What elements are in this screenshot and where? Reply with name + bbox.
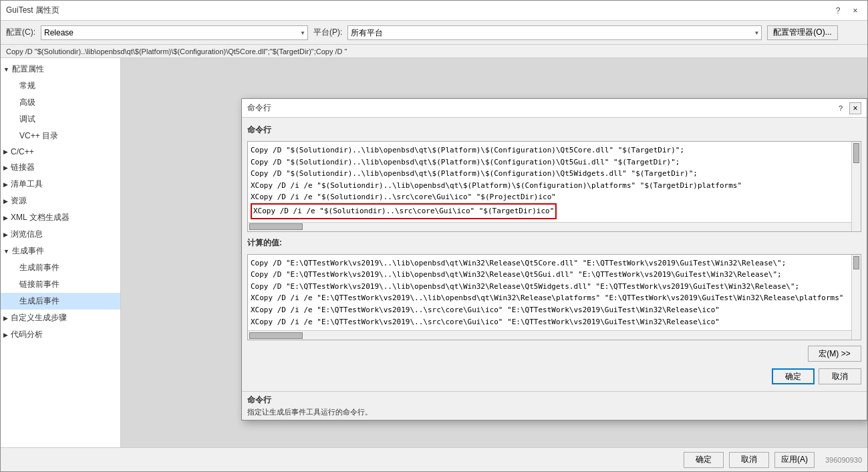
sidebar-group-linker[interactable]: ▶ 链接器 (1, 159, 120, 176)
sidebar-group-resource-label: 资源 (11, 195, 27, 207)
dialog-info-title: 命令行 (247, 394, 861, 406)
cmd-scrollbar-h[interactable] (248, 222, 861, 231)
dialog-ok-btn[interactable]: 确定 (772, 368, 815, 384)
sidebar-group-code-analysis[interactable]: ▶ 代码分析 (1, 326, 120, 343)
toolbar-row: 配置(C): Release 平台(P): 所有平台 配置管理器(O)... (1, 21, 867, 45)
cancel-btn[interactable]: 取消 (729, 452, 769, 468)
cmd-line-2: Copy /D "$(Solutiondir)..\lib\openbsd\qt… (251, 156, 849, 168)
help-title-btn[interactable]: ? (831, 4, 845, 17)
manage-config-btn[interactable]: 配置管理器(O)... (767, 25, 837, 40)
dialog-help-btn[interactable]: ? (835, 102, 847, 114)
content-area: ▼ 配置属性 常规 高级 调试 VC++ 目录 ▶ C/C++ ▶ 链接器 ▶ … (1, 58, 867, 447)
sidebar-item-pre-link[interactable]: 链接前事件 (1, 276, 120, 293)
sidebar-group-config-label: 配置属性 (12, 64, 44, 75)
calc-content-area[interactable]: Copy /D "E:\QTTestWork\vs2019\..\lib\ope… (248, 255, 861, 331)
arrow-icon-custom-build: ▶ (3, 315, 8, 322)
cmd-line-4: XCopy /D /i /e "$(Solutiondir)..\lib\ope… (251, 180, 849, 192)
main-window: GuiTest 属性页 ? × 配置(C): Release 平台(P): 所有… (0, 0, 868, 472)
sidebar-group-custom-build[interactable]: ▶ 自定义生成步骤 (1, 310, 120, 326)
dialog-title-bar: 命令行 ? × (242, 99, 867, 118)
calc-scrollbar-h[interactable] (248, 330, 861, 340)
arrow-icon: ▼ (3, 66, 9, 73)
sidebar-group-xml-label: XML 文档生成器 (11, 212, 69, 223)
sidebar-item-pre-build[interactable]: 生成前事件 (1, 259, 120, 276)
arrow-icon-resource: ▶ (3, 198, 8, 205)
dialog-info-section: 命令行 指定让生成后事件工具运行的命令行。 (242, 391, 867, 420)
calc-line-3: Copy /D "E:\QTTestWork\vs2019\..\lib\ope… (251, 281, 858, 293)
sidebar-item-vc-dirs[interactable]: VC++ 目录 (1, 128, 120, 144)
sidebar: ▼ 配置属性 常规 高级 调试 VC++ 目录 ▶ C/C++ ▶ 链接器 ▶ … (1, 58, 121, 447)
sidebar-group-build-events-label: 生成事件 (12, 245, 44, 257)
config-select[interactable]: Release (41, 25, 308, 40)
calc-line-5: XCopy /D /i /e "E:\QTTestWork\vs2019\..\… (251, 304, 858, 316)
calc-line-4: XCopy /D /i /e "E:\QTTestWork\vs2019\..\… (251, 292, 858, 304)
sidebar-item-post-build[interactable]: 生成后事件 (1, 293, 120, 310)
dialog-info-desc: 指定让生成后事件工具运行的命令行。 (247, 407, 861, 417)
calc-section-title: 计算的值: (247, 236, 861, 250)
top-strip-text: Copy /D "$(Solutiondir)..\lib\openbsd\qt… (6, 47, 347, 55)
arrow-icon-xml: ▶ (3, 215, 8, 221)
sidebar-group-linker-label: 链接器 (11, 162, 35, 173)
sidebar-group-code-analysis-label: 代码分析 (11, 329, 43, 340)
apply-btn[interactable]: 应用(A) (774, 452, 815, 468)
cmd-content-area[interactable]: Copy /D "$(Solutiondir)..\lib\openbsd\qt… (248, 142, 851, 222)
close-title-btn[interactable]: × (849, 4, 862, 17)
sidebar-group-build-events[interactable]: ▼ 生成事件 (1, 243, 120, 259)
title-bar: GuiTest 属性页 ? × (1, 1, 867, 21)
dialog-close-btn[interactable]: × (849, 102, 861, 114)
dialog-body: 命令行 Copy /D "$(Solutiondir)..\lib\openbs… (242, 118, 867, 391)
cmd-section-title: 命令行 (247, 123, 861, 137)
bottom-bar: 确定 取消 应用(A) 396090930 (1, 447, 867, 471)
top-strip: Copy /D "$(Solutiondir)..\lib\openbsd\qt… (1, 45, 867, 58)
dialog: 命令行 ? × 命令行 (241, 98, 867, 421)
macro-btn[interactable]: 宏(M) >> (808, 346, 861, 362)
arrow-icon-browse: ▶ (3, 231, 8, 238)
cmd-line-1: Copy /D "$(Solutiondir)..\lib\openbsd\qt… (251, 144, 849, 156)
dialog-overlay: 命令行 ? × 命令行 (121, 58, 867, 447)
title-bar-controls: ? × (831, 4, 862, 17)
sidebar-group-cpp-label: C/C++ (11, 147, 34, 156)
sidebar-item-debug[interactable]: 调试 (1, 111, 120, 128)
dialog-cancel-btn[interactable]: 取消 (819, 368, 861, 384)
ok-btn[interactable]: 确定 (684, 452, 724, 468)
arrow-icon-cpp: ▶ (3, 148, 8, 155)
sidebar-group-resource[interactable]: ▶ 资源 (1, 193, 120, 209)
calc-line-1: Copy /D "E:\QTTestWork\vs2019\..\lib\ope… (251, 257, 858, 269)
sidebar-group-custom-build-label: 自定义生成步骤 (11, 312, 67, 324)
sidebar-group-browse-label: 浏览信息 (11, 229, 43, 240)
config-select-wrapper: Release (41, 25, 308, 40)
platform-select-wrapper: 所有平台 (347, 25, 762, 40)
arrow-icon-manifest: ▶ (3, 181, 8, 188)
main-area: 命令行 ? × 命令行 (121, 58, 867, 447)
sidebar-group-config[interactable]: ▼ 配置属性 (1, 61, 120, 78)
window-title: GuiTest 属性页 (6, 5, 59, 16)
sidebar-group-browse[interactable]: ▶ 浏览信息 (1, 226, 120, 243)
calc-scrollbar-v[interactable] (851, 255, 861, 340)
config-label: 配置(C): (6, 27, 35, 38)
arrow-icon-build-events: ▼ (3, 248, 9, 255)
macro-row: 宏(M) >> (247, 344, 861, 363)
arrow-icon-linker: ▶ (3, 164, 8, 171)
cmd-line-5: XCopy /D /i /e "$(Solutiondir)..\src\cor… (251, 191, 849, 203)
sidebar-group-xml[interactable]: ▶ XML 文档生成器 (1, 209, 120, 226)
arrow-icon-code-analysis: ▶ (3, 332, 8, 338)
sidebar-item-general[interactable]: 常规 (1, 78, 120, 94)
cmd-textarea-container: Copy /D "$(Solutiondir)..\lib\openbsd\qt… (247, 141, 861, 232)
calc-line-2: Copy /D "E:\QTTestWork\vs2019\..\lib\ope… (251, 269, 858, 281)
cmd-scrollbar-v[interactable] (851, 142, 861, 231)
dialog-title-controls: ? × (835, 102, 861, 114)
cmd-line-highlighted: XCopy /D /i /e "$(Solutiondir)..\src\cor… (251, 203, 557, 219)
platform-label: 平台(P): (313, 27, 342, 38)
calc-textarea-container: Copy /D "E:\QTTestWork\vs2019\..\lib\ope… (247, 254, 861, 341)
sidebar-item-advanced[interactable]: 高级 (1, 94, 120, 111)
platform-select[interactable]: 所有平台 (347, 25, 762, 40)
watermark: 396090930 (825, 456, 862, 464)
cmd-line-3: Copy /D "$(Solutiondir)..\lib\openbsd\qt… (251, 168, 849, 180)
dialog-title: 命令行 (247, 102, 271, 114)
sidebar-group-manifest[interactable]: ▶ 清单工具 (1, 176, 120, 193)
calc-line-6: XCopy /D /i /e "E:\QTTestWork\vs2019\..\… (251, 316, 858, 328)
sidebar-group-manifest-label: 清单工具 (11, 179, 43, 190)
sidebar-group-cpp[interactable]: ▶ C/C++ (1, 144, 120, 159)
dialog-actions: 确定 取消 (247, 367, 861, 386)
